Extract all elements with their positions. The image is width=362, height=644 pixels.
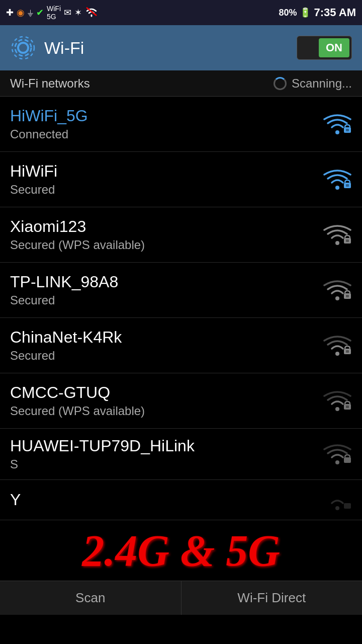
header-left: Wi-Fi	[10, 35, 84, 61]
wifi-signal-partial-icon	[323, 488, 352, 512]
svg-point-10	[335, 241, 339, 245]
battery-percent: 80%	[279, 8, 297, 18]
wifi-toggle[interactable]: ON	[297, 36, 352, 60]
scanning-spinner	[274, 77, 287, 90]
svg-rect-9	[346, 184, 349, 187]
wifi-signal-medium-locked-icon-2	[323, 278, 352, 302]
network-item-hiwifi5g[interactable]: HiWiFi_5G Connected	[0, 97, 362, 152]
svg-rect-21	[346, 406, 349, 408]
toggle-on-label[interactable]: ON	[319, 38, 349, 57]
wifi-signal-low-locked-icon-2	[323, 442, 352, 466]
annotation-text: 2.4G & 5G	[82, 525, 280, 576]
network-info-huawei: HUAWEI-TUP79D_HiLink S	[10, 437, 195, 471]
svg-point-7	[335, 186, 339, 190]
battery-icon: 🔋	[300, 7, 311, 18]
network-item-chinanet[interactable]: ChinaNet-K4Rk Secured	[0, 318, 362, 373]
network-status-cmcc: Secured (WPS available)	[10, 404, 145, 418]
wifi-signal-full-locked-icon-2	[323, 168, 352, 192]
annotation-overlay: 2.4G & 5G	[0, 520, 362, 581]
svg-rect-25	[344, 503, 351, 509]
svg-point-19	[335, 407, 339, 411]
scan-button[interactable]: Scan	[0, 581, 182, 615]
network-name-cmcc: CMCC-GTUQ	[10, 383, 145, 402]
bottom-bar: Scan Wi-Fi Direct	[0, 581, 362, 615]
wifi-signal-full-locked-icon	[323, 112, 352, 136]
wifi-direct-button[interactable]: Wi-Fi Direct	[182, 581, 363, 615]
scanning-status: Scanning...	[274, 76, 352, 91]
network-name-tplink: TP-LINK_98A8	[10, 273, 118, 291]
network-name-partial: Y	[10, 491, 21, 509]
svg-point-22	[335, 460, 339, 464]
network-name-huawei: HUAWEI-TUP79D_HiLink	[10, 437, 195, 455]
network-item-hiwifi[interactable]: HiWiFi Secured	[0, 152, 362, 207]
network-info-tplink: TP-LINK_98A8 Secured	[10, 273, 118, 307]
network-item-huawei[interactable]: HUAWEI-TUP79D_HiLink S	[0, 429, 362, 480]
browser-icon: ◉	[17, 7, 25, 18]
network-name-hiwifi: HiWiFi	[10, 162, 57, 181]
svg-point-24	[335, 506, 339, 510]
network-item-cmcc[interactable]: CMCC-GTUQ Secured (WPS available)	[0, 373, 362, 429]
svg-rect-12	[346, 239, 349, 242]
network-status-chinanet: Secured	[10, 349, 122, 363]
svg-rect-23	[344, 457, 351, 463]
network-status-hiwifi5g: Connected	[10, 127, 88, 141]
network-name-chinanet: ChinaNet-K4Rk	[10, 328, 122, 347]
network-name-hiwifi5g: HiWiFi_5G	[10, 107, 88, 125]
network-item-tplink[interactable]: TP-LINK_98A8 Secured	[0, 263, 362, 318]
add-icon: ✚	[6, 7, 14, 18]
bluetooth-icon: ✶	[74, 7, 82, 18]
wifi5g-icon: WiFi5G	[47, 5, 61, 21]
wifi-direct-label[interactable]: Wi-Fi Direct	[237, 590, 306, 606]
scanning-text: Scanning...	[292, 76, 352, 91]
network-status-tplink: Secured	[10, 293, 118, 307]
network-info-hiwifi: HiWiFi Secured	[10, 162, 57, 197]
status-bar: ✚ ◉ ⏚ ✔ WiFi5G ✉ ✶ 80% 🔋 7:35 AM	[0, 0, 362, 25]
network-info-cmcc: CMCC-GTUQ Secured (WPS available)	[10, 383, 145, 418]
network-item-partial[interactable]: Y	[0, 480, 362, 520]
email-icon: ✉	[64, 7, 71, 18]
wifi-signal-medium-locked-icon	[323, 223, 352, 247]
network-info-hiwifi5g: HiWiFi_5G Connected	[10, 107, 88, 141]
wifi-signal-icon	[85, 6, 98, 20]
network-info-chinanet: ChinaNet-K4Rk Secured	[10, 328, 122, 363]
svg-rect-15	[346, 295, 349, 297]
check-icon: ✔	[36, 7, 44, 18]
svg-point-4	[335, 130, 339, 134]
svg-rect-6	[346, 129, 349, 131]
wifi-header: Wi-Fi ON	[0, 25, 362, 70]
svg-point-1	[18, 43, 28, 53]
wifi-signal-medium-locked-icon-3	[323, 334, 352, 358]
network-status-xiaomi123: Secured (WPS available)	[10, 238, 145, 252]
network-info-partial: Y	[10, 491, 21, 509]
svg-point-16	[335, 352, 339, 356]
status-icons-right: 80% 🔋 7:35 AM	[279, 6, 356, 19]
settings-gear-icon	[10, 35, 36, 61]
svg-rect-18	[346, 350, 349, 353]
svg-point-13	[335, 296, 339, 300]
network-list: HiWiFi_5G Connected HiWiFi Secured	[0, 97, 362, 480]
status-icons-left: ✚ ◉ ⏚ ✔ WiFi5G ✉ ✶	[6, 5, 98, 21]
wifi-networks-label: Wi-Fi networks	[10, 76, 90, 91]
network-info-xiaomi123: Xiaomi123 Secured (WPS available)	[10, 217, 145, 252]
network-status-hiwifi: Secured	[10, 183, 57, 197]
time-display: 7:35 AM	[314, 6, 356, 19]
network-status-huawei: S	[10, 457, 195, 471]
page-title: Wi-Fi	[44, 38, 84, 58]
scanning-bar: Wi-Fi networks Scanning...	[0, 70, 362, 97]
usb-icon: ⏚	[28, 8, 33, 18]
network-name-xiaomi123: Xiaomi123	[10, 217, 145, 236]
scan-label[interactable]: Scan	[75, 590, 105, 606]
network-item-xiaomi123[interactable]: Xiaomi123 Secured (WPS available)	[0, 207, 362, 263]
wifi-signal-low-locked-icon	[323, 389, 352, 413]
